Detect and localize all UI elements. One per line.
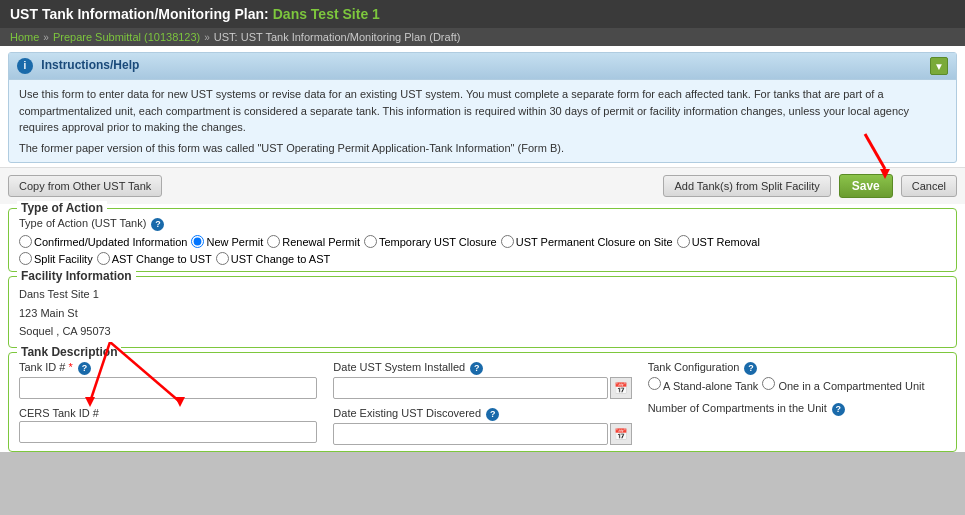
radio-ust-change-to-ast[interactable]: UST Change to AST (216, 252, 330, 265)
date-installed-calendar-button[interactable]: 📅 (610, 377, 632, 399)
type-of-action-section: Type of Action Type of Action (UST Tank)… (8, 208, 957, 272)
instructions-header: i Instructions/Help ▼ (9, 53, 956, 80)
toolbar-wrapper: Copy from Other UST Tank Add Tank(s) fro… (0, 167, 965, 204)
radio-renewal-permit[interactable]: Renewal Permit (267, 235, 360, 248)
breadcrumb-sep1: » (43, 32, 49, 43)
radio-compartmented-unit[interactable]: One in a Compartmented Unit (762, 377, 924, 392)
facility-info-legend: Facility Information (17, 269, 136, 283)
date-discovered-wrap: 📅 (333, 423, 631, 445)
tank-id-help-icon[interactable]: ? (78, 362, 91, 375)
date-installed-field-group: Date UST System Installed ? 📅 (333, 361, 631, 399)
cancel-button[interactable]: Cancel (901, 175, 957, 197)
copy-from-other-ust-button[interactable]: Copy from Other UST Tank (8, 175, 162, 197)
radio-new-permit[interactable]: New Permit (191, 235, 263, 248)
site-name-title: Dans Test Site 1 (273, 6, 380, 22)
page-wrapper: UST Tank Information/Monitoring Plan: Da… (0, 0, 965, 452)
radio-standalone-tank[interactable]: A Stand-alone Tank (648, 377, 759, 392)
tank-id-label: Tank ID # * ? (19, 361, 317, 375)
breadcrumb: Home » Prepare Submittal (10138123) » US… (0, 28, 965, 46)
facility-address-line1: Dans Test Site 1 (19, 285, 946, 304)
num-compartments-help-icon[interactable]: ? (832, 403, 845, 416)
cers-tank-id-field-group: CERS Tank ID # (19, 407, 317, 443)
tank-desc-grid: Tank ID # * ? CERS Tank ID # (19, 361, 946, 445)
header-bar: UST Tank Information/Monitoring Plan: Da… (0, 0, 965, 28)
instructions-label: Instructions/Help (41, 58, 139, 72)
date-discovered-calendar-button[interactable]: 📅 (610, 423, 632, 445)
tank-desc-col2: Date UST System Installed ? 📅 Date Exist… (333, 361, 631, 445)
type-of-action-radio-row2: Split Facility AST Change to UST UST Cha… (19, 252, 946, 265)
date-installed-input[interactable] (333, 377, 607, 399)
radio-ast-change-to-ust[interactable]: AST Change to UST (97, 252, 212, 265)
tank-id-input[interactable] (19, 377, 317, 399)
facility-info-section: Facility Information Dans Test Site 1 12… (8, 276, 957, 348)
toolbar: Copy from Other UST Tank Add Tank(s) fro… (0, 167, 965, 204)
num-compartments-field-group: Number of Compartments in the Unit ? (648, 402, 946, 416)
type-of-action-radio-group: Confirmed/Updated Information New Permit… (19, 235, 946, 248)
tank-id-field-group: Tank ID # * ? (19, 361, 317, 399)
type-of-action-label: Type of Action (UST Tank) ? (19, 217, 946, 231)
facility-address-line2: 123 Main St (19, 304, 946, 323)
tank-desc-legend: Tank Description (17, 345, 121, 359)
collapse-instructions-button[interactable]: ▼ (930, 57, 948, 75)
breadcrumb-home[interactable]: Home (10, 31, 39, 43)
radio-confirmed-updated[interactable]: Confirmed/Updated Information (19, 235, 187, 248)
add-tanks-split-facility-button[interactable]: Add Tank(s) from Split Facility (663, 175, 830, 197)
date-discovered-label: Date Existing UST Discovered ? (333, 407, 631, 421)
radio-ust-removal[interactable]: UST Removal (677, 235, 760, 248)
tank-desc-col1: Tank ID # * ? CERS Tank ID # (19, 361, 317, 445)
type-of-action-help-icon[interactable]: ? (151, 218, 164, 231)
tank-id-required: * (69, 361, 73, 373)
tank-config-label: Tank Configuration ? (648, 361, 946, 375)
tank-config-help-icon[interactable]: ? (744, 362, 757, 375)
date-discovered-help-icon[interactable]: ? (486, 408, 499, 421)
date-discovered-input[interactable] (333, 423, 607, 445)
cers-tank-id-input[interactable] (19, 421, 317, 443)
save-button[interactable]: Save (839, 174, 893, 198)
instructions-note: The former paper version of this form wa… (19, 140, 946, 157)
info-icon: i (17, 58, 33, 74)
tank-config-radio-group: A Stand-alone Tank One in a Compartmente… (648, 377, 946, 394)
tank-description-section: Tank Description Tank ID # * ? CERS Tank… (8, 352, 957, 452)
tank-config-field-group: Tank Configuration ? A Stand-alone Tank … (648, 361, 946, 394)
facility-address-line3: Soquel , CA 95073 (19, 322, 946, 341)
radio-split-facility[interactable]: Split Facility (19, 252, 93, 265)
breadcrumb-prepare[interactable]: Prepare Submittal (10138123) (53, 31, 200, 43)
breadcrumb-current: UST: UST Tank Information/Monitoring Pla… (214, 31, 461, 43)
tank-description-wrapper: Tank Description Tank ID # * ? CERS Tank… (0, 352, 965, 452)
radio-temporary-closure[interactable]: Temporary UST Closure (364, 235, 497, 248)
date-discovered-field-group: Date Existing UST Discovered ? 📅 (333, 407, 631, 445)
instructions-box: i Instructions/Help ▼ Use this form to e… (8, 52, 957, 163)
date-installed-wrap: 📅 (333, 377, 631, 399)
facility-address: Dans Test Site 1 123 Main St Soquel , CA… (19, 285, 946, 341)
breadcrumb-sep2: » (204, 32, 210, 43)
cers-tank-id-label: CERS Tank ID # (19, 407, 317, 419)
instructions-header-left: i Instructions/Help (17, 58, 139, 74)
date-installed-label: Date UST System Installed ? (333, 361, 631, 375)
page-title-prefix: UST Tank Information/Monitoring Plan: (10, 6, 269, 22)
instructions-body: Use this form to enter data for new UST … (9, 80, 956, 162)
instructions-text: Use this form to enter data for new UST … (19, 86, 946, 136)
type-of-action-legend: Type of Action (17, 201, 107, 215)
tank-desc-col3: Tank Configuration ? A Stand-alone Tank … (648, 361, 946, 445)
num-compartments-label: Number of Compartments in the Unit ? (648, 402, 946, 416)
date-installed-help-icon[interactable]: ? (470, 362, 483, 375)
radio-permanent-closure[interactable]: UST Permanent Closure on Site (501, 235, 673, 248)
